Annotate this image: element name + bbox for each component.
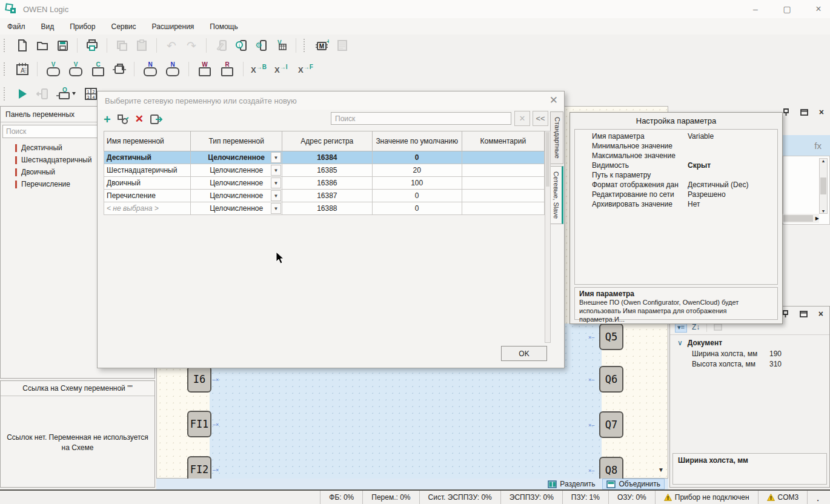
menu-item-Файл[interactable]: Файл: [7, 22, 25, 31]
cell-type[interactable]: Целочисленное▼: [191, 177, 282, 190]
table-row[interactable]: < не выбрана >Целочисленное▼163880: [104, 202, 545, 215]
undo-icon[interactable]: ↶: [164, 38, 179, 53]
dialog-close-icon[interactable]: ✕: [549, 94, 558, 107]
tab-Сетевые, Slave[interactable]: Сетевые, Slave: [550, 166, 563, 224]
cell-type[interactable]: Целочисленное▼: [191, 202, 282, 215]
read-param-icon[interactable]: R: [219, 62, 236, 76]
menu-item-Сервис[interactable]: Сервис: [111, 22, 136, 31]
fx-vertical-scrollbar[interactable]: ▲▼: [819, 158, 828, 214]
cell-comment[interactable]: [462, 190, 544, 202]
bind-variable-icon[interactable]: [117, 114, 129, 125]
cell-address[interactable]: 16386: [282, 177, 372, 190]
type-dropdown-icon[interactable]: ▼: [271, 190, 281, 201]
table-row[interactable]: ШестнадцатеричныйЦелочисленное▼1638520: [104, 164, 545, 177]
parameter-row[interactable]: ВидимостьСкрыт: [575, 161, 777, 170]
cell-name[interactable]: Двоичный: [104, 177, 191, 190]
cell-type[interactable]: Целочисленное▼: [191, 151, 282, 164]
cell-default[interactable]: 0: [372, 190, 462, 202]
cell-name[interactable]: Перечисление: [104, 190, 191, 202]
merge-view-button[interactable]: Объединить: [602, 479, 665, 489]
parameter-row[interactable]: Формат отображения данДесятичный (Dec): [575, 180, 777, 190]
maximize-panel-icon[interactable]: [800, 109, 808, 116]
convert-to-int-icon[interactable]: X→I: [274, 64, 293, 75]
write-param-icon[interactable]: W: [196, 62, 213, 76]
run-simulation-icon[interactable]: [15, 87, 30, 101]
new-file-icon[interactable]: [15, 38, 30, 53]
collapse-chevron-icon[interactable]: ∨: [677, 339, 683, 347]
cell-default[interactable]: 0: [372, 202, 462, 215]
parameter-row[interactable]: Редактирование по сетиРазрешено: [575, 190, 777, 199]
cell-address[interactable]: 16388: [282, 202, 372, 215]
table-scrollbar[interactable]: [545, 131, 551, 343]
maximize-button[interactable]: ▢: [782, 4, 792, 14]
cell-default[interactable]: 100: [372, 177, 462, 190]
delay-block-icon[interactable]: [112, 62, 127, 76]
block-Q5[interactable]: Q5: [599, 323, 623, 350]
property-pages-icon[interactable]: [714, 323, 722, 331]
collapse-dialog-button[interactable]: <<: [533, 111, 548, 126]
clear-search-button[interactable]: ✕: [514, 111, 530, 126]
table-row[interactable]: ПеречислениеЦелочисленное▼163870: [104, 190, 545, 202]
parameter-row[interactable]: Путь к параметру: [575, 170, 777, 180]
cell-default[interactable]: 20: [372, 164, 462, 177]
property-row[interactable]: Высота холста, мм310: [670, 359, 829, 369]
maximize-panel-icon[interactable]: [800, 311, 808, 317]
close-panel-icon[interactable]: ×: [818, 311, 823, 317]
table-row[interactable]: ДесятичныйЦелочисленное▼163840: [104, 151, 545, 164]
macro-edit-icon[interactable]: [335, 38, 350, 53]
type-dropdown-icon[interactable]: ▼: [271, 203, 281, 214]
type-dropdown-icon[interactable]: ▼: [271, 165, 281, 176]
canvas-scroll-down-icon[interactable]: ▼: [658, 466, 664, 473]
cell-type[interactable]: Целочисленное▼: [191, 190, 282, 202]
save-icon[interactable]: [55, 38, 70, 53]
upload-to-device-icon[interactable]: [35, 87, 50, 101]
cell-name[interactable]: Десятичный: [104, 151, 191, 164]
device-config-icon[interactable]: ⚙: [254, 38, 268, 53]
menu-item-Вид[interactable]: Вид: [41, 22, 55, 31]
block-FI1[interactable]: FI1: [187, 411, 211, 437]
text-note-icon[interactable]: A: [15, 62, 30, 76]
copy-icon[interactable]: [115, 38, 129, 53]
property-value[interactable]: 190: [769, 350, 782, 358]
device-info-icon[interactable]: i: [234, 38, 248, 53]
tab-Стандартные[interactable]: Стандартные: [550, 111, 563, 164]
block-Q7[interactable]: Q7: [599, 411, 623, 438]
add-variable-icon[interactable]: +: [104, 114, 111, 124]
redo-icon[interactable]: ↷: [184, 38, 199, 53]
export-variables-icon[interactable]: [150, 114, 163, 125]
cell-comment[interactable]: [462, 164, 544, 177]
paste-icon[interactable]: [134, 38, 149, 53]
pin-icon[interactable]: [782, 310, 789, 318]
parameter-row[interactable]: Имя параметраVariable: [575, 131, 777, 141]
parameter-row[interactable]: Архивировать значениеНет: [575, 199, 777, 209]
convert-to-bool-icon[interactable]: X→B: [251, 64, 269, 75]
network-output-icon[interactable]: N: [164, 62, 181, 76]
cell-type[interactable]: Целочисленное▼: [191, 164, 282, 177]
cell-address[interactable]: 16384: [282, 151, 372, 164]
print-icon[interactable]: [85, 38, 99, 53]
split-view-button[interactable]: Разделить: [544, 479, 599, 489]
menu-item-Прибор[interactable]: Прибор: [70, 22, 95, 31]
cell-default[interactable]: 0: [372, 151, 462, 164]
type-dropdown-icon[interactable]: ▼: [271, 177, 281, 188]
cell-address[interactable]: 16387: [282, 190, 372, 202]
output-q-block-icon[interactable]: Q: [55, 87, 78, 101]
ok-button[interactable]: OK: [501, 346, 547, 361]
output-variable-icon[interactable]: V: [67, 62, 84, 76]
open-file-icon[interactable]: [35, 38, 50, 53]
menu-item-Расширения[interactable]: Расширения: [152, 22, 194, 31]
cell-name[interactable]: Шестнадцатеричный: [104, 164, 191, 177]
dialog-search-input[interactable]: Поиск: [331, 112, 511, 125]
block-I6[interactable]: I6: [187, 366, 211, 393]
constant-icon[interactable]: C: [90, 62, 107, 76]
cell-comment[interactable]: [462, 177, 544, 190]
cell-comment[interactable]: [462, 151, 544, 164]
variable-table-icon[interactable]: V: [274, 38, 288, 53]
property-row[interactable]: Ширина холста, мм190: [670, 348, 829, 359]
parameter-row[interactable]: Минимальное значение: [575, 141, 777, 151]
convert-to-float-icon[interactable]: X→F: [298, 64, 316, 75]
write-device-icon[interactable]: [214, 38, 228, 53]
close-button[interactable]: ×: [813, 4, 824, 15]
value-display-mode-icon[interactable]: 1234: [84, 87, 98, 101]
type-dropdown-icon[interactable]: ▼: [271, 152, 281, 163]
